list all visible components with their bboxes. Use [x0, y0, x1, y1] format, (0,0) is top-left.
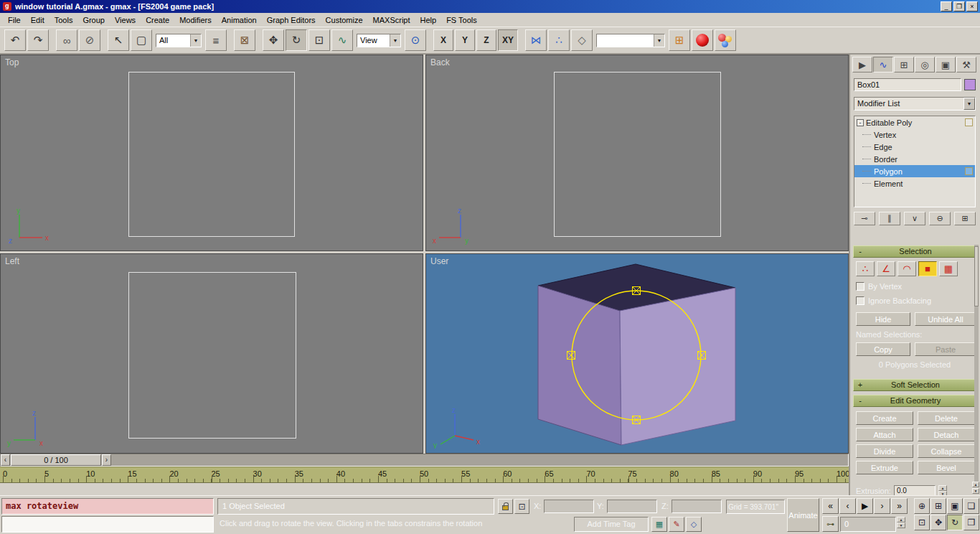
selection-filter-combo[interactable]: All▼: [156, 34, 202, 47]
dropdown-arrow-icon[interactable]: ▼: [963, 98, 975, 110]
collapse-icon[interactable]: -: [857, 119, 864, 126]
display-tab[interactable]: ▣: [936, 57, 956, 72]
stack-item-vertex[interactable]: Vertex: [854, 128, 975, 141]
select-and-link-icon[interactable]: ∞: [56, 29, 77, 51]
menu-graph-editors[interactable]: Graph Editors: [262, 14, 321, 26]
time-ruler[interactable]: 0510152025303540455055606570758085909510…: [0, 467, 849, 483]
scroll-up-icon[interactable]: ▲: [972, 482, 979, 487]
pin-stack-icon[interactable]: ⊸: [854, 212, 875, 225]
arc-rotate-icon[interactable]: ↻: [947, 515, 963, 530]
restore-button[interactable]: ❐: [953, 1, 965, 11]
minimize-button[interactable]: _: [941, 1, 952, 11]
viewport-label-left[interactable]: Left: [5, 256, 19, 266]
time-back-button[interactable]: ‹: [1, 454, 10, 466]
hide-button[interactable]: Hide: [856, 312, 910, 326]
hierarchy-tab[interactable]: ⊞: [894, 57, 914, 72]
window-crossing-toggle-icon[interactable]: ⊠: [234, 29, 255, 51]
stack-item-border[interactable]: Border: [854, 153, 975, 165]
selection-lock-toggle[interactable]: [498, 499, 513, 514]
min-max-toggle-icon[interactable]: ❐: [963, 515, 979, 530]
menu-maxscript[interactable]: MAXScript: [368, 14, 415, 26]
dropdown-arrow-icon[interactable]: ▼: [190, 34, 201, 47]
create-button[interactable]: Create: [856, 411, 913, 425]
dropdown-arrow-icon[interactable]: ▼: [654, 34, 664, 47]
previous-frame-button[interactable]: ‹: [839, 498, 856, 514]
element-mode-icon[interactable]: ▦: [939, 261, 958, 276]
zoom-icon[interactable]: ⊕: [914, 498, 930, 514]
pan-icon[interactable]: ✥: [930, 515, 946, 530]
play-button[interactable]: ▶: [857, 498, 873, 514]
time-forward-button[interactable]: ›: [102, 454, 111, 466]
polygon-mode-icon[interactable]: ■: [918, 261, 937, 276]
collapse-button[interactable]: Collapse: [918, 444, 975, 458]
menu-file[interactable]: File: [3, 14, 26, 26]
viewport-label-top[interactable]: Top: [5, 57, 19, 67]
y-coordinate-input[interactable]: [607, 500, 657, 513]
dropdown-arrow-icon[interactable]: ▼: [390, 34, 400, 47]
restrict-x-button[interactable]: X: [433, 29, 453, 51]
viewport-back[interactable]: Back z x y: [425, 55, 849, 251]
stack-item-element[interactable]: Element: [854, 177, 975, 189]
remove-modifier-icon[interactable]: ⊖: [929, 212, 951, 225]
macro-recorder-field[interactable]: max rotateview: [1, 498, 214, 515]
undo-icon[interactable]: ↶: [4, 29, 26, 51]
animate-button[interactable]: Animate: [787, 498, 819, 532]
zoom-extents-icon[interactable]: ▣: [947, 498, 963, 514]
rectangular-selection-region-icon[interactable]: ▢: [131, 29, 152, 51]
detach-button[interactable]: Detach: [918, 428, 975, 441]
time-slider[interactable]: 0 / 100: [11, 454, 101, 466]
utilities-tab[interactable]: ⚒: [956, 57, 976, 72]
box-right-face[interactable]: [620, 288, 735, 445]
reference-coordinate-combo[interactable]: View▼: [357, 34, 401, 47]
go-to-start-button[interactable]: «: [822, 498, 839, 514]
edit-geometry-rollout-header[interactable]: - Edit Geometry: [853, 395, 978, 407]
zoom-region-icon[interactable]: ⊡: [914, 515, 930, 530]
panel-scrollbar-thumb[interactable]: [974, 246, 979, 306]
stack-item-editable-poly[interactable]: -Editable Poly: [854, 116, 975, 128]
edge-mode-icon[interactable]: ∠: [877, 261, 895, 276]
bevel-button[interactable]: Bevel: [918, 461, 975, 474]
viewport-label-back[interactable]: Back: [430, 57, 450, 67]
scroll-down-icon[interactable]: ▼: [972, 488, 979, 494]
configure-stack-icon[interactable]: ⊞: [954, 212, 976, 225]
menu-create[interactable]: Create: [141, 14, 174, 26]
scene-3d[interactable]: [426, 254, 848, 453]
box-left-face[interactable]: [538, 286, 621, 445]
select-and-move-icon[interactable]: ✥: [263, 29, 284, 51]
paste-button[interactable]: Paste: [915, 342, 976, 356]
close-button[interactable]: ×: [966, 1, 978, 11]
named-selection-sets-combo[interactable]: ▼: [596, 34, 665, 47]
restrict-z-button[interactable]: Z: [476, 29, 496, 51]
key-mode-toggle[interactable]: ⊶: [822, 516, 839, 532]
unlink-selection-icon[interactable]: ⊘: [79, 29, 100, 51]
redo-icon[interactable]: ↷: [27, 29, 49, 51]
delete-button[interactable]: Delete: [918, 411, 975, 425]
align-icon[interactable]: ◇: [571, 29, 593, 51]
material-editor-icon[interactable]: [692, 29, 713, 51]
select-and-rotate-icon[interactable]: ↻: [286, 29, 307, 51]
snap-toggle-icon[interactable]: ∴: [548, 29, 570, 51]
menu-tools[interactable]: Tools: [50, 14, 78, 26]
select-object-icon[interactable]: ↖: [108, 29, 129, 51]
stack-item-edge[interactable]: Edge: [854, 141, 975, 153]
current-frame-input[interactable]: 0: [840, 517, 896, 532]
menu-group[interactable]: Group: [77, 14, 110, 26]
absolute-offset-toggle[interactable]: ⊡: [514, 499, 529, 514]
z-coordinate-input[interactable]: [672, 500, 722, 513]
modifier-list-dropdown[interactable]: Modifier List ▼: [854, 97, 976, 111]
menu-edit[interactable]: Edit: [26, 14, 50, 26]
menu-animation[interactable]: Animation: [217, 14, 262, 26]
stack-item-polygon[interactable]: Polygon: [854, 165, 975, 177]
viewport-left[interactable]: Left z y x: [0, 253, 423, 454]
menu-help[interactable]: Help: [415, 14, 442, 26]
border-mode-icon[interactable]: ◠: [897, 261, 916, 276]
add-time-tag-field[interactable]: Add Time Tag: [574, 517, 649, 532]
motion-tab[interactable]: ◎: [915, 57, 935, 72]
unhide-all-button[interactable]: Unhide All: [915, 312, 976, 326]
listener-input-field[interactable]: [1, 516, 214, 533]
restrict-y-button[interactable]: Y: [455, 29, 475, 51]
extrude-button[interactable]: Extrude: [856, 461, 913, 474]
menu-customize[interactable]: Customize: [321, 14, 368, 26]
open-listener-icon[interactable]: ▦: [651, 517, 667, 532]
select-and-scale-icon[interactable]: ⊡: [308, 29, 330, 51]
